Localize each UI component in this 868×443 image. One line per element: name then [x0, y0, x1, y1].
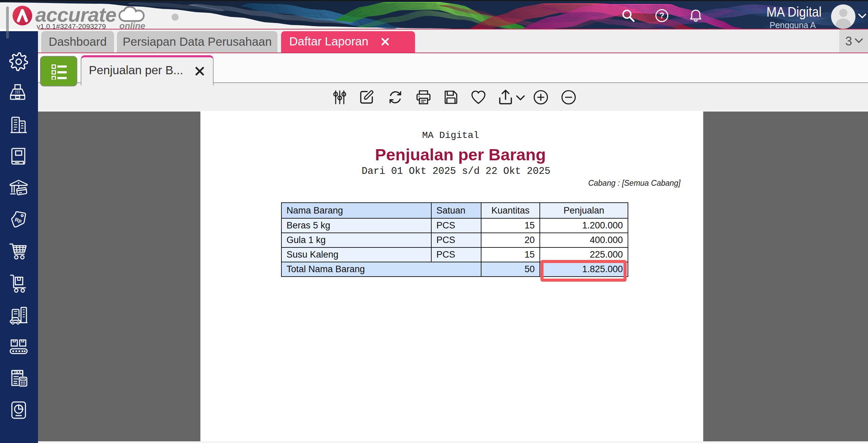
svg-text:TAX: TAX [14, 370, 21, 374]
svg-text:?: ? [659, 11, 664, 20]
svg-text:Rp: Rp [14, 217, 22, 224]
